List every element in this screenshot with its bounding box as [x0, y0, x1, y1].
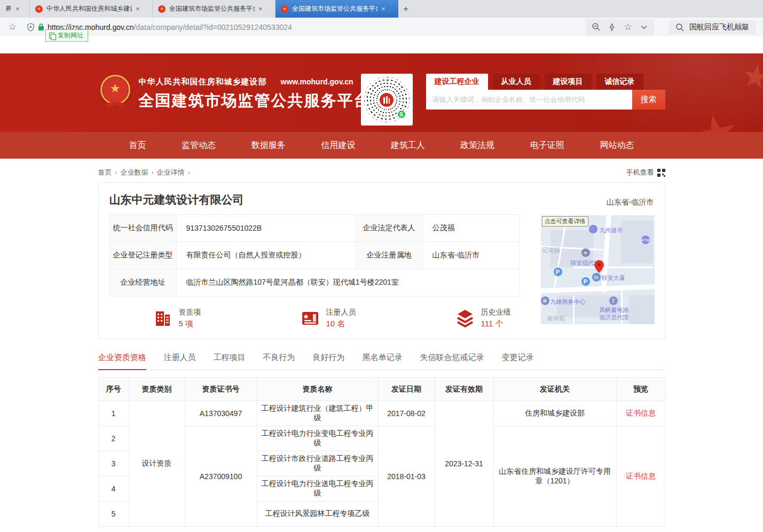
col-category: 资质类别	[129, 378, 185, 401]
tower-poi-icon: 🏢	[592, 273, 601, 281]
bookmark-star-icon[interactable]: ☆	[5, 20, 19, 34]
table-row: 1 设计资质 A137030497 工程设计建筑行业（建筑工程）甲级 2017-…	[98, 401, 665, 426]
zoom-out-icon[interactable]	[589, 20, 603, 34]
map-label-battery-2: 临沂总代理	[600, 314, 629, 322]
business-poi-icon: 🏛	[541, 296, 549, 305]
tab-bad-behavior[interactable]: 不良行为	[263, 353, 295, 370]
qual-name: 工程设计电力行业送电工程专业丙级	[257, 476, 378, 502]
mobile-view-button[interactable]: 手机查看	[626, 168, 665, 177]
chevron-down-icon[interactable]	[637, 20, 651, 34]
search-icon	[675, 23, 684, 32]
search-tab-project[interactable]: 建设项目	[545, 74, 592, 90]
tab-enterprise-qualification[interactable]: 企业资质资格	[98, 353, 146, 370]
search-tab-personnel[interactable]: 从业人员	[493, 74, 540, 90]
row-index: 1	[98, 401, 129, 426]
nav-item-policy[interactable]: 政策法规	[460, 140, 494, 151]
row-index: 5	[98, 502, 129, 527]
reg-region-label: 企业注册属地	[356, 242, 422, 269]
company-location-map[interactable]: 点击可查看详情 🛒 九州超市 ATM 记花园 🏠 联安现代城 🏢 联安大厦 P …	[541, 215, 655, 324]
flash-save-icon[interactable]	[605, 20, 619, 34]
stat-value: 111 个	[481, 319, 511, 329]
nav-item-home[interactable]: 首页	[129, 140, 146, 151]
hot-search-box[interactable]: 国航回应飞机颠簸	[669, 20, 756, 34]
nav-item-credit[interactable]: 信用建设	[321, 140, 355, 151]
company-region: 山东省-临沂市	[607, 198, 654, 207]
qualification-table: 序号 资质类别 资质证书号 资质名称 发证日期 发证有效期 发证机关 预览 1 …	[98, 377, 666, 527]
decorative-star-icon	[688, 100, 744, 132]
keyword-search-input[interactable]	[426, 90, 632, 109]
map-label-tower: 联安大厦	[602, 274, 625, 282]
site-header: 中华人民共和国住房和城乡建设部 www.mohurd.gov.cn 全国建筑市场…	[0, 53, 763, 132]
page-top-gap	[0, 36, 763, 53]
qual-name: 工程设计风景园林工程专项乙级	[257, 502, 378, 527]
breadcrumb-home[interactable]: 首页	[98, 168, 112, 177]
tab-dishonesty-records[interactable]: 失信联合惩戒记录	[420, 353, 484, 370]
stat-value: 5 项	[179, 319, 201, 329]
id-card-icon	[300, 308, 321, 329]
site-favicon-emblem-icon	[281, 5, 288, 13]
tab-close-icon[interactable]: ×	[136, 5, 140, 13]
tab-close-icon[interactable]: ×	[258, 5, 263, 13]
tab-projects[interactable]: 工程项目	[214, 353, 246, 370]
row-index: 2	[98, 426, 129, 451]
cert-no: A137030497	[185, 401, 257, 426]
breadcrumb-separator: ›	[152, 169, 154, 176]
shield-protect-icon[interactable]	[27, 23, 35, 32]
qual-name: 工程设计建筑行业（建筑工程）甲级	[257, 401, 378, 426]
reg-type-value: 有限责任公司（自然人投资或控股）	[176, 242, 356, 269]
tab-registered-personnel[interactable]: 注册人员	[164, 353, 196, 370]
nav-item-workers[interactable]: 建筑工人	[391, 140, 425, 151]
site-search-panel: 建设工程企业 从业人员 建设项目 诚信记录 搜索	[426, 74, 665, 109]
breadcrumb-company-data[interactable]: 企业数据	[121, 168, 148, 177]
issuing-authority: 山东省住房和城乡建设厅许可专用章（1201）	[493, 426, 616, 527]
search-tab-enterprise[interactable]: 建设工程企业	[426, 74, 488, 90]
tab-close-icon[interactable]: ×	[15, 5, 20, 13]
browser-tab-3[interactable]: 全国建筑市场监管公共服务平台 ×	[153, 0, 276, 18]
company-info-table: 统一社会信用代码 91371302675501022B 企业法定代表人 公茂福 …	[109, 214, 520, 296]
browser-tab-active[interactable]: 全国建筑市场监管公共服务平台 ×	[276, 0, 398, 18]
new-tab-button[interactable]: +	[398, 0, 413, 18]
search-button[interactable]: 搜索	[632, 90, 665, 109]
search-tab-credit[interactable]: 诚信记录	[596, 74, 643, 90]
company-stats: 资质项 5 项 注册人员 10 名	[109, 308, 520, 329]
map-label-supermarket: 九州超市	[600, 226, 623, 234]
browser-toolbar: ☆ https://jzsc.mohurd.gov.cn/data/compan…	[0, 18, 763, 36]
favorite-star-icon[interactable]: ☆	[621, 20, 635, 34]
tab-change-records[interactable]: 变更记录	[502, 353, 534, 370]
tab-close-icon[interactable]: ×	[381, 5, 386, 13]
decorative-star-icon	[739, 56, 763, 97]
issuing-authority: 住房和城乡建设部	[493, 401, 616, 426]
nav-item-e-license[interactable]: 电子证照	[530, 140, 564, 151]
stat-label: 注册人员	[326, 308, 356, 317]
nav-item-data-service[interactable]: 数据服务	[251, 140, 286, 151]
breadcrumb-separator: ›	[115, 169, 117, 176]
parking-icon: P	[554, 268, 562, 276]
certificate-info-link[interactable]: 证书信息	[626, 472, 656, 480]
tab-blacklist[interactable]: 黑名单记录	[363, 353, 403, 370]
validity-date: 2023-12-31	[435, 401, 493, 527]
qual-category: 设计资质	[129, 401, 185, 527]
breadcrumb-separator: ›	[188, 169, 190, 176]
building-icon	[152, 308, 174, 329]
stat-registered-personnel: 注册人员 10 名	[300, 308, 356, 329]
address-bar[interactable]: https://jzsc.mohurd.gov.cn/data/company/…	[27, 23, 586, 32]
national-emblem-icon	[100, 75, 130, 108]
map-label-xinhuayuan: 新华苑	[547, 315, 565, 323]
ministry-name: 中华人民共和国住房和城乡建设部	[139, 77, 267, 87]
browser-tab-1[interactable]: 界 ×	[0, 0, 30, 18]
tab-label: 全国建筑市场监管公共服务平台	[292, 4, 377, 13]
nav-item-site-news[interactable]: 网站动态	[600, 140, 634, 151]
site-favicon-emblem-icon	[158, 5, 166, 13]
browser-tab-2[interactable]: 中华人民共和国住房和城乡建设 ×	[30, 0, 153, 18]
col-validity: 发证有效期	[435, 378, 493, 401]
breadcrumb-company-detail[interactable]: 企业详情	[157, 168, 185, 177]
reg-region-value: 山东省-临沂市	[422, 242, 519, 269]
cert-no: A237009100	[185, 426, 257, 527]
mobile-view-label: 手机查看	[626, 168, 654, 177]
tab-label: 全国建筑市场监管公共服务平台	[169, 4, 255, 13]
tab-good-behavior[interactable]: 良好行为	[313, 353, 345, 370]
qual-name: 工程设计市政行业道路工程专业丙级	[257, 451, 378, 476]
nav-item-supervision[interactable]: 监管动态	[182, 140, 216, 151]
certificate-info-link[interactable]: 证书信息	[626, 409, 656, 417]
address-value: 临沂市兰山区陶然路107号星河晶都（联安）现代城1号楼2201室	[176, 269, 519, 296]
